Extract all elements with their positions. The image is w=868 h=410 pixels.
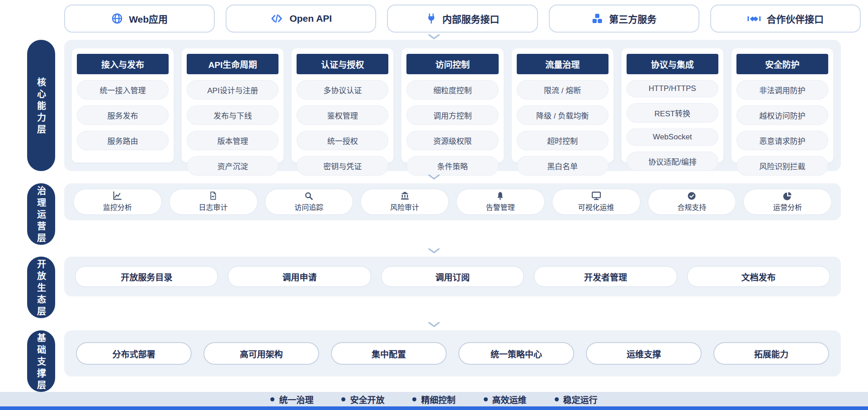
eco-pill-doc-publishing: 文档发布 <box>687 266 830 287</box>
source-label: 第三方服务 <box>609 12 656 25</box>
gov-pill-label: 可视化运维 <box>578 201 614 212</box>
footer-item: 统一治理 <box>270 393 313 405</box>
capability-item: REST转换 <box>627 103 718 123</box>
gov-pill-label: 日志审计 <box>199 201 228 212</box>
chevron-down-icon <box>0 33 868 40</box>
log-file-icon <box>209 191 217 200</box>
support-layer-label: 基础支撑层 <box>27 330 55 392</box>
bullet-dot-icon <box>412 397 416 401</box>
column-title: 认证与授权 <box>297 54 388 74</box>
gov-pill-risk-audit: 风险审计 <box>360 189 449 215</box>
layer-rail: 基础支撑层 <box>27 330 55 392</box>
column-title: 安全防护 <box>736 54 828 74</box>
layer-rail: 开放生态层 <box>27 257 55 318</box>
core-column-traffic: 流量治理 限流 / 熔断 降级 / 负载均衡 超时控制 黑白名单 <box>511 48 614 163</box>
core-layer-container: 接入与发布 统一接入管理 服务发布 服务路由 API生命周期 API设计与注册 … <box>64 40 841 171</box>
capability-item: 版本管理 <box>187 131 278 150</box>
bank-icon <box>400 191 410 200</box>
capability-item: 调用方控制 <box>406 105 498 125</box>
gov-pill-visual-ops: 可视化运维 <box>552 189 641 215</box>
capability-item: 超时控制 <box>517 131 609 150</box>
gov-pill-ops-analysis: 运营分析 <box>743 189 832 215</box>
core-column-auth: 认证与授权 多协议认证 鉴权管理 统一授权 密钥与凭证 <box>291 48 394 163</box>
governance-layer: 治理运营层 监控分析 日志审计 访问追踪 风险审计 告警管理 <box>0 183 868 245</box>
capability-item: API设计与注册 <box>187 80 278 100</box>
footer-label: 精细控制 <box>421 393 455 405</box>
capability-item: 非法调用防护 <box>736 80 828 100</box>
column-title: API生命周期 <box>187 54 278 74</box>
gov-pill-monitoring: 监控分析 <box>73 189 162 215</box>
plug-icon <box>426 13 437 24</box>
column-title: 接入与发布 <box>77 54 169 74</box>
sup-pill-ops-support: 运维支撑 <box>586 342 702 365</box>
column-title: 访问控制 <box>406 54 498 74</box>
footer-item: 稳定运行 <box>555 393 598 405</box>
ecosystem-layer-label: 开放生态层 <box>27 257 55 318</box>
capability-item: 统一接入管理 <box>77 80 169 100</box>
architecture-diagram: Web应用 Open API 内部服务接口 第三方服务 合作伙伴接口 <box>0 0 868 410</box>
core-column-access-control: 访问控制 细粒度控制 调用方控制 资源级权限 条件策略 <box>401 48 504 163</box>
source-label: 内部服务接口 <box>443 12 500 25</box>
sup-pill-distributed: 分布式部署 <box>76 342 192 365</box>
pie-chart-icon <box>783 191 792 200</box>
gov-pill-label: 合规支持 <box>677 201 706 212</box>
chevron-down-icon <box>0 245 868 257</box>
capability-item: 恶意请求防护 <box>736 131 828 150</box>
footer-label: 稳定运行 <box>563 393 598 405</box>
core-column-protocol: 协议与集成 HTTP/HTTPS REST转换 WebSocket 协议适配/编… <box>621 48 724 163</box>
sup-pill-central-config: 集中配置 <box>331 342 447 365</box>
gov-pill-label: 访问追踪 <box>294 201 323 212</box>
sup-pill-policy-center: 统一策略中心 <box>458 342 574 365</box>
layer-rail: 核心能力层 <box>27 40 55 171</box>
footer-label: 高效运维 <box>492 393 527 405</box>
eco-pill-developer-mgmt: 开发者管理 <box>534 266 677 287</box>
gov-pill-label: 监控分析 <box>103 201 132 212</box>
bullet-dot-icon <box>270 397 274 401</box>
footer-label: 安全开放 <box>350 393 384 405</box>
footer-label: 统一治理 <box>279 393 313 405</box>
support-layer: 基础支撑层 分布式部署 高可用架构 集中配置 统一策略中心 运维支撑 拓展能力 <box>0 330 868 392</box>
layer-rail: 治理运营层 <box>27 183 55 245</box>
source-internal-service: 内部服务接口 <box>387 5 538 33</box>
capability-item: 越权访问防护 <box>736 105 828 125</box>
footer-item: 精细控制 <box>412 393 455 405</box>
gov-pill-access-trace: 访问追踪 <box>265 189 354 215</box>
source-label: Web应用 <box>129 12 168 25</box>
check-circle-icon <box>687 191 696 200</box>
source-label: Open API <box>289 13 332 24</box>
code-icon <box>270 13 283 24</box>
footer-band: 统一治理 安全开放 精细控制 高效运维 稳定运行 <box>0 392 868 406</box>
handshake-icon <box>747 13 761 24</box>
bullet-dot-icon <box>555 397 559 401</box>
gov-pill-label: 告警管理 <box>486 201 515 212</box>
column-title: 协议与集成 <box>627 54 718 74</box>
governance-layer-container: 监控分析 日志审计 访问追踪 风险审计 告警管理 可视化运维 <box>64 183 841 220</box>
capability-item: 服务发布 <box>77 105 169 125</box>
sup-pill-high-availability: 高可用架构 <box>203 342 319 365</box>
capability-item: 多协议认证 <box>297 80 388 100</box>
bullet-dot-icon <box>341 397 345 401</box>
gov-pill-log-audit: 日志审计 <box>169 189 258 215</box>
capability-item: 细粒度控制 <box>406 80 498 100</box>
eco-pill-call-subscription: 调用订阅 <box>381 266 524 287</box>
capability-item: 资源级权限 <box>406 131 498 150</box>
core-column-security: 安全防护 非法调用防护 越权访问防护 恶意请求防护 风险识别拦截 <box>731 48 834 163</box>
governance-layer-label: 治理运营层 <box>27 183 55 245</box>
source-partner: 合作伙伴接口 <box>710 5 861 33</box>
line-chart-icon <box>113 191 122 200</box>
gov-pill-alerts: 告警管理 <box>456 189 545 215</box>
footer-item: 安全开放 <box>341 393 384 405</box>
source-web-app: Web应用 <box>64 5 215 33</box>
eco-pill-service-catalog: 开放服务目录 <box>75 266 218 287</box>
core-column-access: 接入与发布 统一接入管理 服务发布 服务路由 <box>71 48 174 163</box>
gov-pill-label: 运营分析 <box>773 201 802 212</box>
chevron-down-icon <box>0 318 868 330</box>
bullet-dot-icon <box>484 397 488 401</box>
capability-item: HTTP/HTTPS <box>627 80 718 97</box>
ecosystem-layer: 开放生态层 开放服务目录 调用申请 调用订阅 开发者管理 文档发布 <box>0 257 868 318</box>
support-layer-container: 分布式部署 高可用架构 集中配置 统一策略中心 运维支撑 拓展能力 <box>64 330 841 377</box>
capability-item: 限流 / 熔断 <box>517 80 609 100</box>
footer-item: 高效运维 <box>484 393 527 405</box>
capability-item: WebSocket <box>627 129 718 146</box>
capability-item: 降级 / 负载均衡 <box>517 105 609 125</box>
